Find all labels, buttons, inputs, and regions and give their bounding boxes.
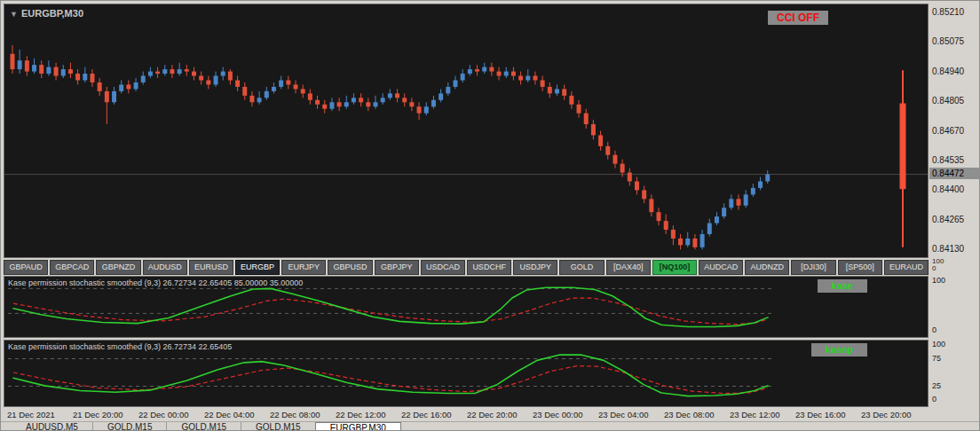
chart-tab-eurgbp-m30[interactable]: EURGBP,M30 (315, 422, 401, 431)
price-axis-label: 0.85210 (932, 7, 964, 17)
mini-axis-label: 0 (932, 264, 936, 272)
indicator-axis-label: 75 (932, 354, 941, 363)
price-axis-label: 0.84400 (932, 184, 964, 194)
kase-indicator-label: Kase permission stochastic smoothed (9,3… (8, 278, 303, 287)
indicator-axis-label: 0 (932, 395, 937, 404)
price-axis-label: 0.84265 (932, 215, 964, 224)
time-axis-label: 23 Dec 16:00 (795, 410, 846, 419)
time-axis-label: 22 Dec 20:00 (467, 410, 518, 419)
kasep-button[interactable]: kasep (811, 343, 867, 357)
indicator-axis-label: 100 (932, 340, 945, 349)
symbol-button-euraud[interactable]: EURAUD (884, 260, 929, 275)
time-axis-label: 22 Dec 16:00 (401, 410, 452, 419)
metatrader-window: ▼EURGBP,M30 CCI OFF 0.852100.850750.8494… (0, 0, 980, 431)
price-axis-label: 0.84670 (932, 126, 964, 136)
symbol-button-gbpaud[interactable]: GBPAUD (4, 260, 48, 275)
symbol-button-eurgbp[interactable]: EURGBP (235, 260, 280, 275)
symbol-button-eurjpy[interactable]: EURJPY (281, 260, 326, 275)
indicator-panel-kase[interactable]: Kase permission stochastic smoothed (9,3… (4, 276, 929, 338)
chart-tab-audusd-m5[interactable]: AUDUSD,M5 (12, 422, 92, 431)
price-axis-label: 0.84130 (932, 244, 964, 254)
symbol-button-nq100[interactable]: [NQ100] (652, 260, 697, 275)
indicator-axis-label: 25 (932, 381, 941, 390)
symbol-button-dax40[interactable]: [DAX40] (606, 260, 651, 275)
time-axis-label: 23 Dec 20:00 (861, 410, 912, 419)
time-axis-label: 21 Dec 2021 (7, 410, 55, 419)
indicator-axis-label: 100 (932, 276, 945, 285)
chart-tab-gold-m15[interactable]: GOLD,M15 (92, 422, 167, 431)
symbol-button-sp500[interactable]: [SP500] (838, 260, 882, 275)
main-chart[interactable]: ▼EURGBP,M30 CCI OFF (4, 4, 929, 258)
symbol-button-usdchf[interactable]: USDCHF (467, 260, 511, 275)
time-axis-label: 23 Dec 04:00 (598, 410, 649, 419)
symbol-button-dji30[interactable]: [DJI30] (791, 260, 835, 275)
time-axis-label: 22 Dec 08:00 (270, 410, 320, 419)
symbol-button-gold[interactable]: GOLD (559, 260, 604, 275)
time-axis-label: 23 Dec 00:00 (533, 410, 583, 419)
price-axis-label: 0.84940 (932, 67, 964, 76)
symbol-button-gbpnzd[interactable]: GBPNZD (96, 260, 140, 275)
symbol-button-eurusd[interactable]: EURUSD (189, 260, 233, 275)
time-axis: 21 Dec 202121 Dec 20:0022 Dec 00:0022 De… (4, 408, 929, 421)
chart-title-bar: ▼EURGBP,M30 (10, 8, 83, 19)
time-axis-label: 21 Dec 20:00 (73, 410, 123, 419)
chart-tab-gold-m15[interactable]: GOLD,M15 (166, 422, 241, 431)
chart-tab-bar: AUDUSD,M5GOLD,M15GOLD,M15GOLD,M15EURGBP,… (1, 421, 980, 431)
current-price-tag: 0.84472 (929, 168, 980, 179)
kasep-indicator-label: Kase permission stochastic smoothed (9,3… (8, 342, 232, 351)
symbol-button-audnzd[interactable]: AUDNZD (745, 260, 789, 275)
kase-button[interactable]: kase (818, 279, 867, 293)
symbol-button-audcad[interactable]: AUDCAD (699, 260, 743, 275)
symbol-button-gbpusd[interactable]: GBPUSD (328, 260, 372, 275)
symbol-button-audusd[interactable]: AUDUSD (143, 260, 187, 275)
price-axis-label: 0.84535 (932, 155, 964, 165)
indicator-axis-label: 0 (932, 325, 937, 334)
symbol-button-usdcad[interactable]: USDCAD (421, 260, 465, 275)
time-axis-label: 22 Dec 00:00 (138, 410, 189, 419)
price-axis-label: 0.85075 (932, 36, 964, 46)
time-axis-label: 22 Dec 12:00 (336, 410, 386, 419)
indicator-panel-kasep[interactable]: Kase permission stochastic smoothed (9,3… (4, 340, 929, 407)
symbol-button-usdjpy[interactable]: USDJPY (513, 260, 557, 275)
chart-collapse-icon[interactable]: ▼ (10, 10, 18, 19)
time-axis-label: 23 Dec 12:00 (730, 410, 780, 419)
time-axis-label: 22 Dec 04:00 (204, 410, 255, 419)
candlestick-canvas (4, 4, 928, 257)
symbol-button-gbpjpy[interactable]: GBPJPY (375, 260, 419, 275)
price-axis-label: 0.84805 (932, 96, 964, 106)
symbol-toolbar: GBPAUDGBPCADGBPNZDAUDUSDEURUSDEURGBPEURJ… (4, 259, 929, 274)
time-axis-label: 23 Dec 08:00 (664, 410, 715, 419)
symbol-button-gbpcad[interactable]: GBPCAD (50, 260, 94, 275)
price-axis: 0.852100.850750.849400.848050.846700.845… (930, 4, 979, 258)
chart-tab-gold-m15[interactable]: GOLD,M15 (241, 422, 315, 431)
cci-toggle-button[interactable]: CCI OFF (768, 11, 828, 25)
chart-symbol-label: EURGBP,M30 (21, 8, 83, 19)
